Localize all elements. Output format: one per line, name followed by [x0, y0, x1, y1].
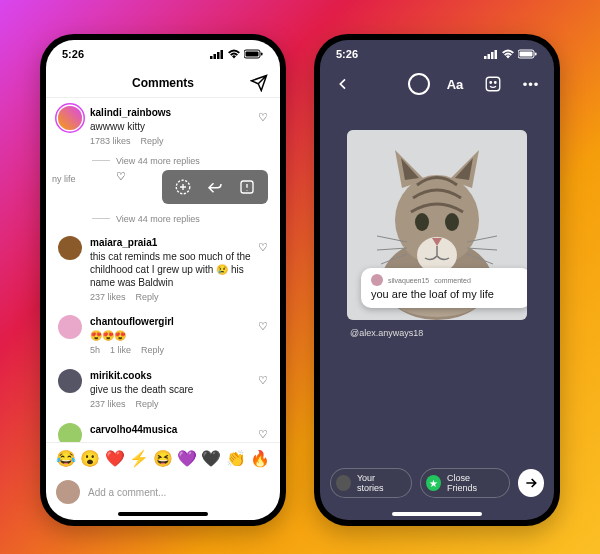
status-icons — [210, 49, 264, 59]
close-friends-chip[interactable]: ★ Close Friends — [420, 468, 510, 498]
svg-rect-11 — [491, 52, 494, 59]
heart-icon[interactable]: ♡ — [258, 373, 268, 387]
mention-tag[interactable]: @alex.anyways18 — [320, 328, 423, 338]
view-more-replies[interactable]: View 44 more replies — [46, 152, 280, 170]
comment-likes[interactable]: 1 like — [110, 345, 131, 357]
story-image[interactable]: silvaqueen15 commented you are the loaf … — [347, 130, 527, 320]
view-more-replies[interactable]: View 44 more replies — [46, 210, 280, 228]
self-avatar[interactable] — [56, 480, 80, 504]
comment-composer: Add a comment... — [46, 474, 280, 508]
comments-title: Comments — [132, 76, 194, 90]
battery-icon — [518, 49, 538, 59]
heart-icon[interactable]: ♡ — [258, 110, 268, 124]
status-time: 5:26 — [336, 48, 358, 60]
emoji-reaction[interactable]: 🔥 — [250, 449, 270, 468]
overlay-avatar — [371, 274, 383, 286]
comment-reply[interactable]: Reply — [136, 292, 159, 304]
story-toolbar: Aa ••• — [320, 68, 554, 100]
avatar[interactable] — [58, 236, 82, 260]
emoji-reaction[interactable]: 💜 — [177, 449, 197, 468]
comment-reply[interactable]: Reply — [141, 136, 164, 148]
comment-item: kalindi_rainbows awwww kitty 1783 likes … — [46, 98, 280, 152]
heart-icon[interactable]: ♡ — [258, 240, 268, 254]
comment-text: awwww kitty — [90, 121, 145, 132]
home-indicator — [392, 512, 482, 516]
comment-snippet: ny life — [52, 174, 76, 184]
svg-rect-9 — [484, 56, 487, 59]
your-stories-chip[interactable]: Your stories — [330, 468, 412, 498]
avatar[interactable] — [58, 369, 82, 393]
svg-rect-16 — [486, 77, 500, 91]
battery-icon — [244, 49, 264, 59]
wifi-icon — [227, 49, 241, 59]
svg-rect-1 — [214, 54, 217, 59]
phone-comments: 5:26 Comments — [40, 34, 286, 526]
comment-reply[interactable]: Reply — [136, 399, 159, 411]
comment-time: 5h — [90, 345, 100, 357]
comment-input[interactable]: Add a comment... — [88, 487, 270, 498]
sticker-button[interactable] — [480, 71, 506, 97]
send-story-button[interactable] — [518, 469, 544, 497]
reply-arrow-icon[interactable] — [206, 178, 224, 196]
comment-item: carvolho44musica ♡ — [46, 415, 280, 442]
comment-username[interactable]: chantouflowergirl — [90, 315, 252, 328]
svg-rect-2 — [217, 52, 220, 59]
add-to-story-icon[interactable] — [174, 178, 192, 196]
svg-rect-0 — [210, 56, 213, 59]
comment-reply[interactable]: Reply — [141, 345, 164, 357]
svg-point-23 — [445, 213, 459, 231]
comment-username[interactable]: carvolho44musica — [90, 423, 252, 436]
comment-text: this cat reminds me soo much of the chil… — [90, 251, 251, 288]
share-icon[interactable] — [250, 74, 268, 92]
overlay-action: commented — [434, 277, 471, 284]
more-button[interactable]: ••• — [518, 71, 544, 97]
svg-point-18 — [495, 82, 497, 84]
report-icon[interactable] — [238, 178, 256, 196]
comment-overlay-sticker[interactable]: silvaqueen15 commented you are the loaf … — [361, 268, 527, 308]
comment-username[interactable]: kalindi_rainbows — [90, 106, 252, 119]
wifi-icon — [501, 49, 515, 59]
svg-rect-10 — [488, 54, 491, 59]
comment-item-selected: ny life ♡ — [46, 170, 280, 210]
emoji-reaction[interactable]: 😂 — [56, 449, 76, 468]
star-icon: ★ — [426, 475, 441, 491]
svg-rect-12 — [495, 50, 498, 59]
emoji-reaction[interactable]: ❤️ — [105, 449, 125, 468]
status-bar: 5:26 — [320, 40, 554, 68]
comment-username[interactable]: maiara_praia1 — [90, 236, 252, 249]
story-canvas[interactable]: silvaqueen15 commented you are the loaf … — [320, 100, 554, 458]
avatar[interactable] — [58, 315, 82, 339]
emoji-reaction[interactable]: 👏 — [226, 449, 246, 468]
heart-icon[interactable]: ♡ — [116, 170, 126, 183]
home-indicator — [118, 512, 208, 516]
comment-text: give us the death scare — [90, 384, 193, 395]
comment-text: 😍😍😍 — [90, 330, 126, 341]
phone-story-editor: 5:26 — [314, 34, 560, 526]
effects-button[interactable] — [408, 73, 430, 95]
text-tool-button[interactable]: Aa — [442, 71, 468, 97]
comments-header: Comments — [46, 68, 280, 98]
svg-rect-5 — [246, 52, 259, 57]
comment-item: maiara_praia1 this cat reminds me soo mu… — [46, 228, 280, 308]
svg-rect-3 — [221, 50, 224, 59]
emoji-reaction[interactable]: 😮 — [80, 449, 100, 468]
emoji-reaction[interactable]: ⚡ — [129, 449, 149, 468]
back-button[interactable] — [330, 71, 356, 97]
emoji-reaction[interactable]: 🖤 — [201, 449, 221, 468]
comment-likes[interactable]: 237 likes — [90, 399, 126, 411]
overlay-user: silvaqueen15 — [388, 277, 429, 284]
comment-likes[interactable]: 1783 likes — [90, 136, 131, 148]
comment-context-menu — [162, 170, 268, 204]
svg-point-22 — [415, 213, 429, 231]
comment-item: mirikit.cooks give us the death scare 23… — [46, 361, 280, 415]
heart-icon[interactable]: ♡ — [258, 427, 268, 441]
avatar[interactable] — [58, 106, 82, 130]
comment-likes[interactable]: 237 likes — [90, 292, 126, 304]
heart-icon[interactable]: ♡ — [258, 319, 268, 333]
comment-username[interactable]: mirikit.cooks — [90, 369, 252, 382]
avatar[interactable] — [58, 423, 82, 442]
svg-rect-14 — [520, 52, 533, 57]
svg-rect-6 — [261, 53, 263, 56]
emoji-reaction[interactable]: 😆 — [153, 449, 173, 468]
comments-list[interactable]: kalindi_rainbows awwww kitty 1783 likes … — [46, 98, 280, 442]
